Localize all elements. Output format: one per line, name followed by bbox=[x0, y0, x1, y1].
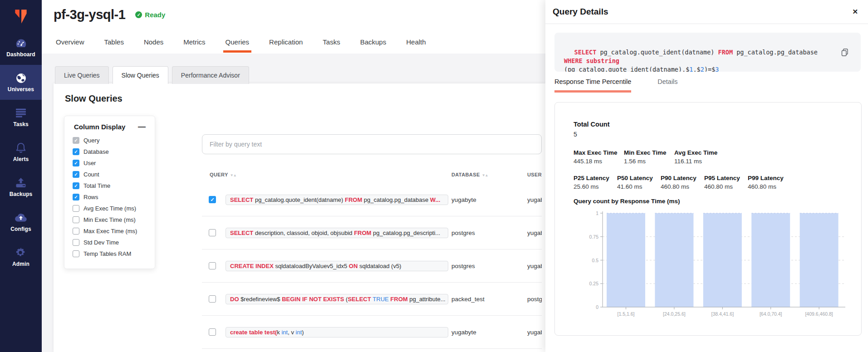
row-checkbox[interactable] bbox=[209, 295, 216, 303]
column-option-label: Temp Tables RAM bbox=[83, 250, 131, 257]
column-option-avg-exec-time-ms-[interactable]: Avg Exec Time (ms) bbox=[64, 203, 155, 214]
query-text[interactable]: create table test(k int, v int) bbox=[226, 327, 448, 337]
checkbox[interactable]: ✓ bbox=[73, 160, 79, 166]
column-option-database[interactable]: ✓ Database bbox=[64, 146, 155, 157]
subtab-live-queries[interactable]: Live Queries bbox=[55, 66, 109, 84]
copy-icon[interactable] bbox=[828, 40, 848, 67]
table-body: ✓ SELECT pg_catalog.quote_ident(datname)… bbox=[202, 183, 542, 349]
query-filter-input[interactable] bbox=[202, 134, 542, 154]
column-option-min-exec-time-ms-[interactable]: Min Exec Time (ms) bbox=[64, 214, 155, 225]
row-checkbox[interactable] bbox=[209, 229, 216, 236]
universe-tabs: OverviewTablesNodesMetricsQueriesReplica… bbox=[56, 38, 426, 54]
checkbox[interactable]: ✓ bbox=[73, 171, 79, 178]
column-header-query[interactable]: QUERY▼▲ bbox=[210, 172, 236, 177]
user-cell: yugabyte bbox=[527, 329, 542, 336]
subtab-slow-queries[interactable]: Slow Queries bbox=[113, 66, 168, 84]
column-option-total-time[interactable]: ✓ Total Time bbox=[64, 180, 155, 191]
universe-header: pf-3g-ysql-1 ✓ Ready OverviewTablesNodes… bbox=[42, 0, 545, 54]
column-option-rows[interactable]: ✓ Rows bbox=[64, 191, 155, 203]
svg-text:[409.6,460.8]: [409.6,460.8] bbox=[805, 311, 833, 317]
table-row: CREATE INDEX sqldataloadByValuev5_idx5 O… bbox=[202, 249, 542, 283]
checkbox[interactable]: ✓ bbox=[73, 148, 79, 155]
total-count-value: 5 bbox=[574, 131, 577, 138]
user-cell: yugabyte bbox=[527, 263, 542, 269]
query-text[interactable]: CREATE INDEX sqldataloadByValuev5_idx5 O… bbox=[226, 261, 448, 271]
admin-gear-icon bbox=[15, 247, 27, 259]
tab-replication[interactable]: Replication bbox=[269, 38, 303, 54]
checkbox[interactable] bbox=[73, 250, 79, 257]
svg-text:0.25: 0.25 bbox=[589, 281, 599, 286]
yugabyte-logo-icon[interactable] bbox=[0, 0, 42, 30]
checkbox[interactable] bbox=[73, 239, 79, 246]
table-row: ✓ SELECT pg_catalog.quote_ident(datname)… bbox=[202, 183, 542, 216]
universes-globe-icon bbox=[15, 72, 27, 84]
checkbox[interactable] bbox=[73, 205, 79, 212]
checkbox[interactable]: ✓ bbox=[73, 182, 79, 189]
drawer-tab-response-time-percentile[interactable]: Response Time Percentile bbox=[554, 78, 631, 93]
tab-tasks[interactable]: Tasks bbox=[323, 38, 340, 54]
column-option-user[interactable]: ✓ User bbox=[64, 157, 155, 169]
user-cell: yugabyte bbox=[527, 230, 542, 236]
checkbox[interactable]: ✓ bbox=[73, 194, 79, 200]
sidebar-item-tasks[interactable]: Tasks bbox=[0, 100, 42, 135]
tab-queries[interactable]: Queries bbox=[226, 38, 250, 54]
column-option-label: Avg Exec Time (ms) bbox=[83, 205, 136, 212]
column-option-count[interactable]: ✓ Count bbox=[64, 169, 155, 180]
sidebar-item-dashboard[interactable]: Dashboard bbox=[0, 30, 42, 65]
column-header-database[interactable]: DATABASE▼▲ bbox=[451, 172, 488, 177]
stat-p50-latency: P50 Latency 41.60 ms bbox=[617, 175, 661, 190]
app-root: Dashboard Universes Tasks Alerts Backups… bbox=[0, 0, 868, 352]
user-cell: postgres bbox=[527, 296, 542, 303]
sidebar-item-admin[interactable]: Admin bbox=[0, 240, 42, 274]
drawer-tabs: Response Time PercentileDetails bbox=[554, 78, 704, 93]
sidebar-item-alerts[interactable]: Alerts bbox=[0, 135, 42, 170]
checkbox[interactable] bbox=[73, 228, 79, 235]
chart-title: Query count by Response Time (ms) bbox=[574, 198, 680, 205]
universe-title-row: pf-3g-ysql-1 ✓ Ready bbox=[42, 0, 545, 22]
svg-text:[1.5,1.6]: [1.5,1.6] bbox=[618, 311, 635, 317]
tab-backups[interactable]: Backups bbox=[360, 38, 387, 54]
query-text[interactable]: SELECT description, classoid, objoid, ob… bbox=[226, 228, 448, 238]
tab-tables[interactable]: Tables bbox=[104, 38, 124, 54]
subtab-performance-advisor[interactable]: Performance Advisor bbox=[172, 66, 249, 84]
user-cell: yugabyte bbox=[527, 196, 542, 203]
column-option-max-exec-time-ms-[interactable]: Max Exec Time (ms) bbox=[64, 225, 155, 237]
queries-content: Live QueriesSlow QueriesPerformance Advi… bbox=[42, 54, 545, 352]
svg-text:[24.0,25.6]: [24.0,25.6] bbox=[663, 311, 686, 317]
stat-p95-latency: P95 Latency 460.80 ms bbox=[704, 175, 748, 190]
row-checkbox[interactable] bbox=[209, 262, 216, 269]
sidebar-item-universes[interactable]: Universes bbox=[0, 65, 42, 100]
queries-subtabs: Live QueriesSlow QueriesPerformance Advi… bbox=[55, 66, 249, 84]
page-title: Slow Queries bbox=[65, 93, 123, 104]
configs-cloud-icon bbox=[15, 212, 27, 224]
status-label: Ready bbox=[145, 11, 165, 19]
tab-overview[interactable]: Overview bbox=[56, 38, 84, 54]
response-time-chart: 00.250.50.751[1.5,1.6][24.0,25.6][38.4,4… bbox=[582, 208, 854, 323]
sidebar-item-label: Tasks bbox=[13, 121, 29, 127]
tab-nodes[interactable]: Nodes bbox=[144, 38, 163, 54]
close-icon[interactable]: ✕ bbox=[852, 8, 858, 16]
query-text[interactable]: SELECT pg_catalog.quote_ident(datname) F… bbox=[226, 195, 448, 205]
table-header: QUERY▼▲DATABASE▼▲USER bbox=[202, 154, 542, 183]
sidebar-item-configs[interactable]: Configs bbox=[0, 205, 42, 240]
checkbox[interactable]: ✓ bbox=[73, 137, 79, 144]
collapse-icon[interactable]: — bbox=[138, 125, 146, 129]
table-row: DO $redefineview$ BEGIN IF NOT EXISTS (S… bbox=[202, 283, 542, 316]
query-text[interactable]: DO $redefineview$ BEGIN IF NOT EXISTS (S… bbox=[226, 294, 448, 304]
tab-metrics[interactable]: Metrics bbox=[183, 38, 205, 54]
database-cell: yugabyte bbox=[451, 196, 527, 203]
drawer-tab-details[interactable]: Details bbox=[657, 78, 677, 93]
total-count-label: Total Count bbox=[574, 121, 609, 128]
sidebar-item-label: Dashboard bbox=[6, 51, 35, 58]
column-option-label: Database bbox=[83, 148, 109, 155]
tab-health[interactable]: Health bbox=[406, 38, 426, 54]
checkbox[interactable] bbox=[73, 216, 79, 223]
drawer-header: Query Details ✕ bbox=[545, 0, 868, 24]
column-option-std-dev-time[interactable]: Std Dev Time bbox=[64, 237, 155, 248]
column-header-user[interactable]: USER bbox=[527, 172, 542, 177]
row-checkbox[interactable] bbox=[209, 328, 216, 336]
column-option-temp-tables-ram[interactable]: Temp Tables RAM bbox=[64, 248, 155, 259]
sidebar-item-backups[interactable]: Backups bbox=[0, 170, 42, 205]
column-option-query[interactable]: ✓ Query bbox=[64, 135, 155, 146]
row-checkbox[interactable]: ✓ bbox=[209, 196, 216, 203]
